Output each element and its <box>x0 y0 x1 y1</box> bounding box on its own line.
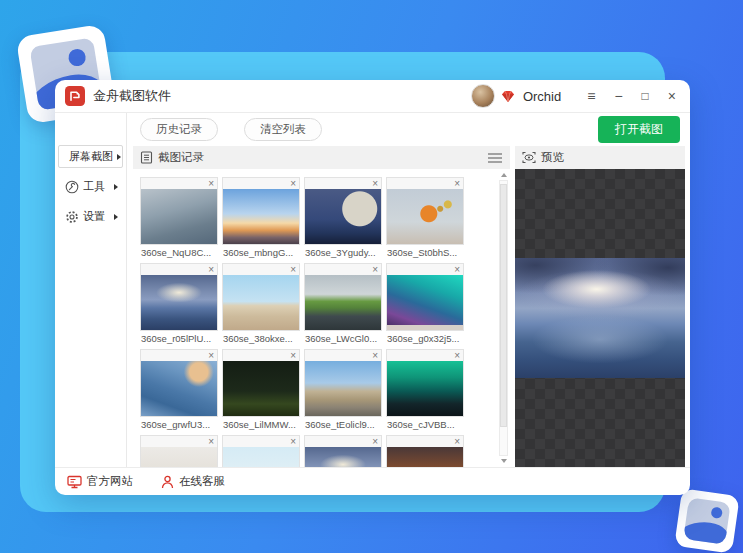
gallery-card[interactable]: × <box>386 349 464 417</box>
online-support-link[interactable]: 在线客服 <box>161 474 225 489</box>
scrollbar-track[interactable] <box>499 180 508 456</box>
gallery-item[interactable]: × 360se_cJVBB... <box>386 349 464 431</box>
close-window-icon[interactable]: × <box>668 89 676 103</box>
maximize-icon[interactable]: □ <box>642 90 649 102</box>
gallery-item[interactable]: × 360se_tEolicl9... <box>304 349 382 431</box>
gallery-item[interactable]: × 360se_38okxe... <box>222 263 300 345</box>
sidebar-item-tools[interactable]: 工具 <box>58 175 123 198</box>
preview-panel: 预览 <box>515 146 685 467</box>
history-button[interactable]: 历史记录 <box>140 118 218 141</box>
preview-image[interactable] <box>515 258 685 378</box>
close-thumbnail-icon[interactable]: × <box>372 437 378 447</box>
close-thumbnail-icon[interactable]: × <box>454 179 460 189</box>
close-thumbnail-icon[interactable]: × <box>372 265 378 275</box>
thumbnail-image[interactable] <box>141 189 217 244</box>
thumbnail-image[interactable] <box>305 361 381 416</box>
scrollbar-thumb[interactable] <box>500 184 507 427</box>
thumbnail-image[interactable] <box>223 361 299 416</box>
vertical-scrollbar[interactable] <box>497 169 510 467</box>
close-thumbnail-icon[interactable]: × <box>290 437 296 447</box>
close-thumbnail-icon[interactable]: × <box>372 179 378 189</box>
gallery-card[interactable]: × <box>140 349 218 417</box>
gallery-item[interactable]: × <box>386 435 464 467</box>
close-thumbnail-icon[interactable]: × <box>290 179 296 189</box>
gallery-card[interactable]: × <box>222 177 300 245</box>
sidebar-item-screenshot[interactable]: 屏幕截图 <box>58 145 123 168</box>
list-view-icon[interactable] <box>487 152 503 164</box>
online-support-label: 在线客服 <box>179 474 225 489</box>
close-thumbnail-icon[interactable]: × <box>290 351 296 361</box>
sidebar-item-settings[interactable]: 设置 <box>58 205 123 228</box>
thumbnail-image[interactable] <box>387 275 463 330</box>
records-header: 截图记录 <box>133 146 510 169</box>
gallery-item[interactable]: × 360se_r05lPlU... <box>140 263 218 345</box>
gallery-card[interactable]: × <box>304 177 382 245</box>
footer-bar: 官方网站 在线客服 <box>55 467 690 495</box>
gallery-item[interactable]: × 360se_LilMMW... <box>222 349 300 431</box>
minimize-icon[interactable]: − <box>614 89 622 103</box>
thumbnail-image[interactable] <box>305 447 381 467</box>
gallery-card[interactable]: × <box>304 263 382 331</box>
gallery-card[interactable]: × <box>140 263 218 331</box>
close-thumbnail-icon[interactable]: × <box>454 265 460 275</box>
close-thumbnail-icon[interactable]: × <box>208 437 214 447</box>
thumbnail-image[interactable] <box>141 361 217 416</box>
vip-gem-icon[interactable] <box>501 90 515 103</box>
thumbnail-grid: × 360se_NqU8C... × 360se_mbngG... × 360s… <box>133 169 497 467</box>
close-thumbnail-icon[interactable]: × <box>372 351 378 361</box>
username[interactable]: Orchid <box>523 89 561 104</box>
app-window: 金舟截图软件 Orchid ≡ − □ × <box>55 80 690 495</box>
close-thumbnail-icon[interactable]: × <box>454 351 460 361</box>
gallery-card[interactable]: × <box>304 349 382 417</box>
gallery-item[interactable]: × <box>304 435 382 467</box>
thumbnail-image[interactable] <box>141 275 217 330</box>
gallery-item[interactable]: × 360se_St0bhS... <box>386 177 464 259</box>
gallery-item[interactable]: × 360se_grwfU3... <box>140 349 218 431</box>
chevron-right-icon <box>114 184 118 190</box>
gallery-card[interactable]: × <box>140 435 218 467</box>
thumbnail-image[interactable] <box>141 447 217 467</box>
close-thumbnail-icon[interactable]: × <box>208 265 214 275</box>
gallery-card[interactable]: × <box>386 435 464 467</box>
gallery-card[interactable]: × <box>140 177 218 245</box>
scroll-down-icon[interactable] <box>501 459 507 463</box>
close-thumbnail-icon[interactable]: × <box>208 351 214 361</box>
gallery-card[interactable]: × <box>222 349 300 417</box>
support-person-icon <box>161 475 174 489</box>
close-thumbnail-icon[interactable]: × <box>208 179 214 189</box>
thumbnail-image[interactable] <box>223 189 299 244</box>
sidebar-item-label: 工具 <box>83 179 105 194</box>
gallery-card[interactable]: × <box>386 263 464 331</box>
gallery-item[interactable]: × 360se_mbngG... <box>222 177 300 259</box>
open-screenshot-button[interactable]: 打开截图 <box>598 116 680 143</box>
gallery-card[interactable]: × <box>304 435 382 467</box>
sidebar-item-label: 设置 <box>83 209 105 224</box>
gallery-item[interactable]: × <box>140 435 218 467</box>
thumbnail-image[interactable] <box>387 447 463 467</box>
user-avatar[interactable] <box>471 84 495 108</box>
gallery-item[interactable]: × 360se_NqU8C... <box>140 177 218 259</box>
menu-icon[interactable]: ≡ <box>587 89 595 103</box>
close-thumbnail-icon[interactable]: × <box>454 437 460 447</box>
thumbnail-image[interactable] <box>223 275 299 330</box>
gallery-card[interactable]: × <box>222 263 300 331</box>
gallery-item[interactable]: × <box>222 435 300 467</box>
gallery-card[interactable]: × <box>222 435 300 467</box>
thumbnail-filename: 360se_LWcGl0... <box>304 331 382 345</box>
thumbnail-filename: 360se_St0bhS... <box>386 245 464 259</box>
thumbnail-image[interactable] <box>223 447 299 467</box>
gallery-item[interactable]: × 360se_LWcGl0... <box>304 263 382 345</box>
thumbnail-image[interactable] <box>387 361 463 416</box>
title-bar: 金舟截图软件 Orchid ≡ − □ × <box>55 80 690 113</box>
close-thumbnail-icon[interactable]: × <box>290 265 296 275</box>
scroll-up-icon[interactable] <box>501 173 507 177</box>
document-list-icon <box>140 151 153 164</box>
thumbnail-image[interactable] <box>305 189 381 244</box>
gallery-card[interactable]: × <box>386 177 464 245</box>
clear-list-button[interactable]: 清空列表 <box>244 118 322 141</box>
thumbnail-image[interactable] <box>305 275 381 330</box>
thumbnail-image[interactable] <box>387 189 463 244</box>
gallery-item[interactable]: × 360se_g0x32j5... <box>386 263 464 345</box>
official-website-link[interactable]: 官方网站 <box>67 474 133 489</box>
gallery-item[interactable]: × 360se_3Ygudy... <box>304 177 382 259</box>
